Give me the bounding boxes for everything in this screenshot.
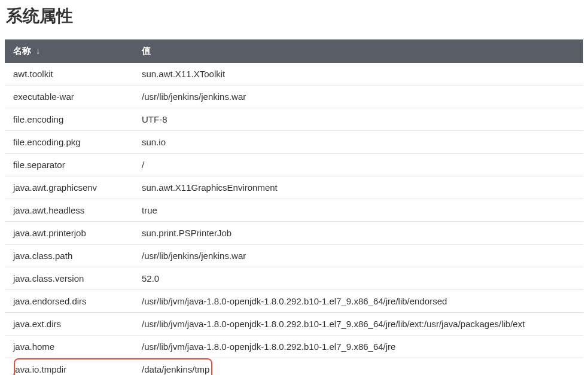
property-value-cell: true	[133, 199, 583, 222]
property-name-cell: java.awt.printerjob	[5, 222, 133, 245]
property-name-cell: java.class.version	[5, 267, 133, 290]
property-name-cell: java.io.tmpdir	[5, 358, 133, 376]
table-row: java.awt.graphicsenvsun.awt.X11GraphicsE…	[5, 176, 583, 199]
property-value-cell: /usr/lib/jvm/java-1.8.0-openjdk-1.8.0.29…	[133, 290, 583, 313]
property-value-cell: UTF-8	[133, 108, 583, 131]
column-header-name[interactable]: 名称 ↓	[5, 39, 133, 63]
property-value-cell: sun.awt.X11GraphicsEnvironment	[133, 176, 583, 199]
table-row: java.ext.dirs/usr/lib/jvm/java-1.8.0-ope…	[5, 313, 583, 336]
table-row: java.home/usr/lib/jvm/java-1.8.0-openjdk…	[5, 336, 583, 358]
property-value-cell: 52.0	[133, 267, 583, 290]
table-row: java.class.path/usr/lib/jenkins/jenkins.…	[5, 245, 583, 267]
column-header-name-label: 名称	[13, 45, 31, 56]
property-value-cell: /usr/lib/jenkins/jenkins.war	[133, 86, 583, 108]
property-name-cell: java.class.path	[5, 245, 133, 267]
property-name-cell: file.separator	[5, 154, 133, 176]
property-name-cell: java.home	[5, 336, 133, 358]
table-row: awt.toolkitsun.awt.X11.XToolkit	[5, 63, 583, 86]
table-row: executable-war/usr/lib/jenkins/jenkins.w…	[5, 86, 583, 108]
property-value-cell: /data/jenkins/tmp	[133, 358, 583, 376]
table-row: java.class.version52.0	[5, 267, 583, 290]
table-row: java.endorsed.dirs/usr/lib/jvm/java-1.8.…	[5, 290, 583, 313]
property-value-cell: /usr/lib/jvm/java-1.8.0-openjdk-1.8.0.29…	[133, 313, 583, 336]
table-row: java.awt.printerjobsun.print.PSPrinterJo…	[5, 222, 583, 245]
system-properties-table-container: 名称 ↓ 值 awt.toolkitsun.awt.X11.XToolkitex…	[5, 39, 583, 375]
column-header-value[interactable]: 值	[133, 39, 583, 63]
table-header-row: 名称 ↓ 值	[5, 39, 583, 63]
property-name-cell: file.encoding	[5, 108, 133, 131]
property-value-cell: sun.print.PSPrinterJob	[133, 222, 583, 245]
property-name-cell: java.ext.dirs	[5, 313, 133, 336]
property-name-cell: executable-war	[5, 86, 133, 108]
table-row: file.separator/	[5, 154, 583, 176]
property-value-cell: sun.awt.X11.XToolkit	[133, 63, 583, 86]
property-name-cell: file.encoding.pkg	[5, 131, 133, 154]
property-value-cell: /usr/lib/jenkins/jenkins.war	[133, 245, 583, 267]
table-row: java.io.tmpdir/data/jenkins/tmp	[5, 358, 583, 376]
system-properties-table: 名称 ↓ 值 awt.toolkitsun.awt.X11.XToolkitex…	[5, 39, 583, 375]
property-value-cell: /usr/lib/jvm/java-1.8.0-openjdk-1.8.0.29…	[133, 336, 583, 358]
table-body: awt.toolkitsun.awt.X11.XToolkitexecutabl…	[5, 63, 583, 375]
table-row: java.awt.headlesstrue	[5, 199, 583, 222]
page-title: 系统属性	[5, 5, 583, 28]
property-value-cell: /	[133, 154, 583, 176]
sort-descending-icon: ↓	[36, 46, 40, 56]
property-name-cell: awt.toolkit	[5, 63, 133, 86]
property-name-cell: java.awt.headless	[5, 199, 133, 222]
table-row: file.encoding.pkgsun.io	[5, 131, 583, 154]
property-name-cell: java.awt.graphicsenv	[5, 176, 133, 199]
table-row: file.encodingUTF-8	[5, 108, 583, 131]
property-name-cell: java.endorsed.dirs	[5, 290, 133, 313]
property-value-cell: sun.io	[133, 131, 583, 154]
